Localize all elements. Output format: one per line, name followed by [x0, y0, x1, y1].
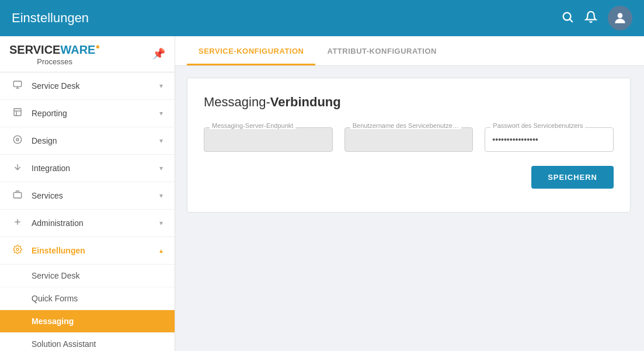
- server-endpoint-group: Messaging-Server-Endpunkt: [204, 127, 333, 152]
- pin-icon[interactable]: 📌: [152, 47, 165, 60]
- sub-item-solution-assistant[interactable]: Solution Assistant: [0, 333, 175, 351]
- sidebar-label-design: Design: [32, 136, 57, 145]
- card-title: Messaging-Verbindung: [204, 95, 614, 110]
- server-endpoint-input[interactable]: [204, 127, 333, 152]
- content-body: Messaging-Verbindung Messaging-Server-En…: [175, 66, 644, 224]
- svg-point-9: [13, 135, 21, 143]
- sub-item-quick-forms[interactable]: Quick Forms: [0, 287, 175, 310]
- logo-subtitle: Processes: [9, 57, 100, 66]
- sidebar: SERVICEWARE● Processes 📌 Service Desk ▾ …: [0, 36, 175, 351]
- form-row: Messaging-Server-Endpunkt Benutzername d…: [204, 127, 614, 152]
- sidebar-label-integration: Integration: [32, 164, 70, 173]
- chevron-icon: ▾: [159, 164, 163, 172]
- reporting-icon: [12, 107, 23, 119]
- sidebar-logo: SERVICEWARE● Processes 📌: [0, 36, 175, 72]
- svg-line-1: [570, 19, 572, 22]
- sidebar-label-administration: Administration: [32, 218, 83, 228]
- sidebar-item-services[interactable]: Services ▾: [0, 182, 175, 210]
- sidebar-item-service-desk[interactable]: Service Desk ▾: [0, 72, 175, 100]
- header-icons: [561, 6, 632, 30]
- sidebar-item-reporting[interactable]: Reporting ▾: [0, 100, 175, 127]
- passwort-input[interactable]: [485, 127, 614, 152]
- search-icon[interactable]: [561, 11, 574, 26]
- svg-rect-3: [13, 81, 21, 86]
- svg-point-2: [618, 13, 623, 18]
- server-endpoint-label: Messaging-Server-Endpunkt: [210, 122, 295, 129]
- save-button[interactable]: SPEICHERN: [531, 166, 614, 189]
- sub-item-messaging[interactable]: Messaging: [0, 310, 175, 333]
- sidebar-label-reporting: Reporting: [32, 109, 67, 118]
- svg-rect-6: [14, 109, 21, 116]
- settings-icon: [12, 245, 23, 256]
- chevron-icon: ▾: [159, 137, 163, 145]
- content-area: SERVICE-KONFIGURATION ATTRIBUT-KONFIGURA…: [175, 36, 644, 351]
- messaging-card: Messaging-Verbindung Messaging-Server-En…: [187, 78, 631, 213]
- passwort-group: Passwort des Servicebenutzers: [485, 127, 614, 152]
- sidebar-item-integration[interactable]: Integration ▾: [0, 155, 175, 182]
- main-layout: SERVICEWARE● Processes 📌 Service Desk ▾ …: [0, 36, 644, 351]
- sidebar-label-service-desk: Service Desk: [32, 81, 79, 91]
- chevron-icon: ▾: [159, 192, 163, 200]
- passwort-label: Passwort des Servicebenutzers: [490, 122, 585, 129]
- logo-title: SERVICEWARE●: [9, 42, 100, 57]
- sidebar-label-einstellungen: Einstellungen: [32, 246, 85, 255]
- tab-service-konfiguration[interactable]: SERVICE-KONFIGURATION: [187, 36, 315, 65]
- benutzername-input[interactable]: [344, 127, 474, 152]
- services-icon: [12, 190, 23, 201]
- svg-rect-12: [13, 192, 21, 197]
- chevron-icon: ▾: [159, 219, 163, 227]
- svg-point-15: [16, 248, 19, 251]
- save-row: SPEICHERN: [204, 166, 614, 189]
- svg-point-10: [16, 138, 19, 141]
- design-icon: [12, 135, 23, 147]
- header: Einstellungen: [0, 0, 644, 36]
- benutzername-group: Benutzername des Servicebenutze…: [344, 127, 474, 152]
- sidebar-item-einstellungen[interactable]: Einstellungen ▴: [0, 237, 175, 265]
- sidebar-label-services: Services: [32, 191, 63, 200]
- integration-icon: [12, 162, 23, 174]
- logo: SERVICEWARE● Processes: [9, 42, 100, 66]
- administration-icon: [12, 217, 23, 229]
- sub-item-service-desk[interactable]: Service Desk: [0, 265, 175, 287]
- benutzername-label: Benutzername des Servicebenutze…: [350, 122, 461, 129]
- chevron-icon: ▾: [159, 109, 163, 117]
- tabs-bar: SERVICE-KONFIGURATION ATTRIBUT-KONFIGURA…: [175, 36, 644, 66]
- tab-attribut-konfiguration[interactable]: ATTRIBUT-KONFIGURATION: [315, 36, 448, 65]
- sidebar-item-administration[interactable]: Administration ▾: [0, 210, 175, 237]
- page-title: Einstellungen: [12, 11, 89, 26]
- chevron-icon: ▾: [159, 82, 163, 90]
- sidebar-item-design[interactable]: Design ▾: [0, 127, 175, 155]
- monitor-icon: [12, 80, 23, 92]
- bell-icon[interactable]: [584, 11, 597, 26]
- chevron-up-icon: ▴: [159, 246, 163, 255]
- user-avatar[interactable]: [608, 6, 632, 30]
